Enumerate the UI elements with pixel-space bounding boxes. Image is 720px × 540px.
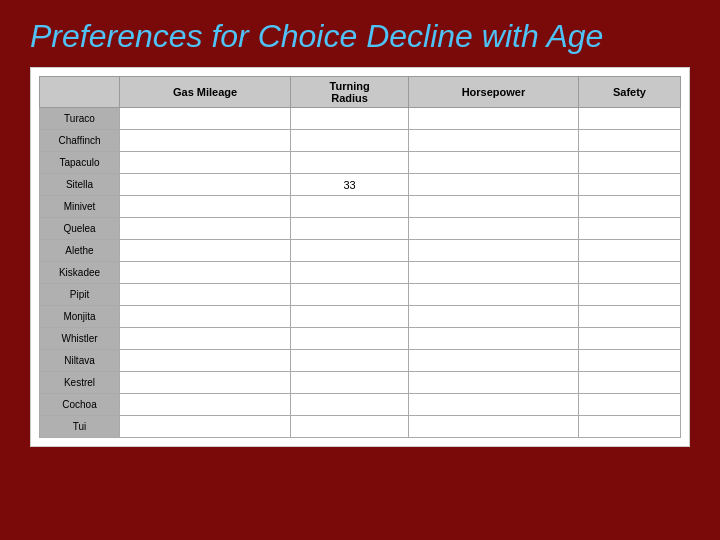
row-label: Niltava	[40, 350, 120, 372]
cell-gas	[120, 372, 291, 394]
cell-hp	[409, 152, 579, 174]
row-label: Turaco	[40, 108, 120, 130]
cell-hp	[409, 196, 579, 218]
col-header-turning: TurningRadius	[291, 77, 409, 108]
cell-gas	[120, 174, 291, 196]
col-header-hp: Horsepower	[409, 77, 579, 108]
cell-turning	[291, 350, 409, 372]
table-container: Gas Mileage TurningRadius Horsepower Saf…	[30, 67, 690, 447]
cell-gas	[120, 416, 291, 438]
cell-safety	[578, 394, 680, 416]
row-label: Cochoa	[40, 394, 120, 416]
cell-safety	[578, 262, 680, 284]
row-label: Tapaculo	[40, 152, 120, 174]
cell-turning	[291, 240, 409, 262]
cell-hp	[409, 306, 579, 328]
cell-hp	[409, 218, 579, 240]
cell-safety	[578, 108, 680, 130]
cell-gas	[120, 130, 291, 152]
table-row: Quelea	[40, 218, 681, 240]
cell-turning	[291, 196, 409, 218]
cell-safety	[578, 306, 680, 328]
cell-safety	[578, 174, 680, 196]
cell-gas	[120, 218, 291, 240]
cell-turning	[291, 262, 409, 284]
cell-turning	[291, 394, 409, 416]
data-table: Gas Mileage TurningRadius Horsepower Saf…	[39, 76, 681, 438]
col-header-gas: Gas Mileage	[120, 77, 291, 108]
cell-safety	[578, 350, 680, 372]
cell-safety	[578, 328, 680, 350]
cell-gas	[120, 328, 291, 350]
cell-hp	[409, 174, 579, 196]
table-row: Tapaculo	[40, 152, 681, 174]
cell-safety	[578, 240, 680, 262]
cell-hp	[409, 108, 579, 130]
cell-safety	[578, 372, 680, 394]
cell-gas	[120, 262, 291, 284]
cell-turning: 33	[291, 174, 409, 196]
cell-hp	[409, 350, 579, 372]
cell-turning	[291, 416, 409, 438]
table-row: Kiskadee	[40, 262, 681, 284]
row-label: Kestrel	[40, 372, 120, 394]
cell-gas	[120, 240, 291, 262]
table-row: Cochoa	[40, 394, 681, 416]
cell-turning	[291, 108, 409, 130]
table-row: Whistler	[40, 328, 681, 350]
table-row: Tui	[40, 416, 681, 438]
row-label: Chaffinch	[40, 130, 120, 152]
table-row: Minivet	[40, 196, 681, 218]
cell-turning	[291, 372, 409, 394]
table-row: Chaffinch	[40, 130, 681, 152]
row-label: Quelea	[40, 218, 120, 240]
row-label: Whistler	[40, 328, 120, 350]
table-row: Monjita	[40, 306, 681, 328]
cell-gas	[120, 350, 291, 372]
cell-turning	[291, 284, 409, 306]
table-row: Turaco	[40, 108, 681, 130]
cell-safety	[578, 130, 680, 152]
cell-turning	[291, 306, 409, 328]
cell-hp	[409, 394, 579, 416]
cell-safety	[578, 284, 680, 306]
cell-gas	[120, 306, 291, 328]
table-row: Alethe	[40, 240, 681, 262]
cell-turning	[291, 130, 409, 152]
cell-gas	[120, 284, 291, 306]
cell-gas	[120, 196, 291, 218]
row-label: Kiskadee	[40, 262, 120, 284]
table-row: Kestrel	[40, 372, 681, 394]
cell-hp	[409, 240, 579, 262]
cell-safety	[578, 416, 680, 438]
table-row: Sitella33	[40, 174, 681, 196]
row-label: Tui	[40, 416, 120, 438]
cell-hp	[409, 130, 579, 152]
cell-hp	[409, 262, 579, 284]
table-row: Niltava	[40, 350, 681, 372]
cell-hp	[409, 284, 579, 306]
table-row: Pipit	[40, 284, 681, 306]
cell-hp	[409, 416, 579, 438]
col-header-safety: Safety	[578, 77, 680, 108]
cell-hp	[409, 328, 579, 350]
row-label: Alethe	[40, 240, 120, 262]
cell-turning	[291, 218, 409, 240]
cell-turning	[291, 328, 409, 350]
cell-gas	[120, 394, 291, 416]
cell-gas	[120, 152, 291, 174]
cell-gas	[120, 108, 291, 130]
cell-safety	[578, 218, 680, 240]
cell-hp	[409, 372, 579, 394]
cell-turning	[291, 152, 409, 174]
cell-safety	[578, 196, 680, 218]
row-label: Pipit	[40, 284, 120, 306]
row-label: Minivet	[40, 196, 120, 218]
page-title: Preferences for Choice Decline with Age	[0, 0, 720, 67]
row-label: Sitella	[40, 174, 120, 196]
col-header-name	[40, 77, 120, 108]
cell-safety	[578, 152, 680, 174]
row-label: Monjita	[40, 306, 120, 328]
